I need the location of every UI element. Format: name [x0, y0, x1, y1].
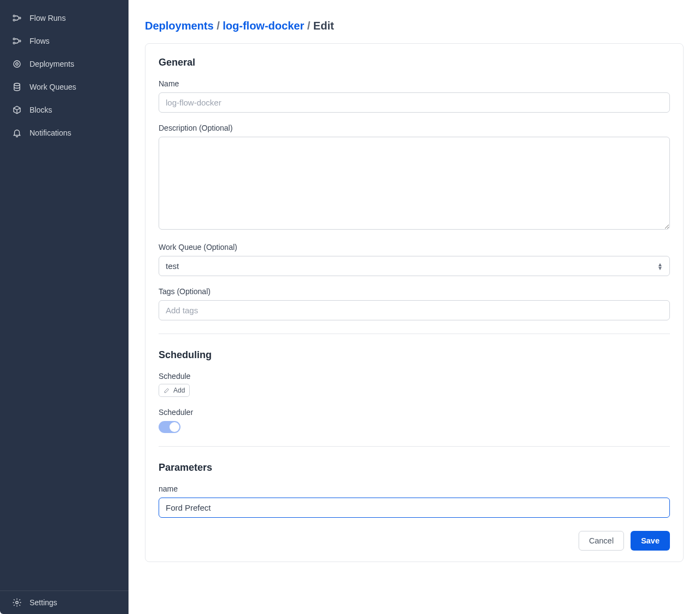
field-param-name: name	[159, 484, 670, 518]
work-queue-label: Work Queue (Optional)	[159, 243, 670, 252]
field-work-queue: Work Queue (Optional) test ▲▼	[159, 243, 670, 276]
sidebar-item-settings[interactable]: Settings	[0, 591, 129, 614]
sidebar-item-label: Work Queues	[30, 83, 76, 91]
breadcrumb-sep: /	[217, 20, 220, 32]
work-queue-value: test	[166, 261, 179, 271]
main-content: Deployments / log-flow-docker / Edit Gen…	[129, 0, 700, 614]
deployments-icon	[12, 59, 22, 69]
field-scheduler: Scheduler	[159, 408, 670, 433]
field-description: Description (Optional)	[159, 124, 670, 232]
svg-point-2	[19, 17, 21, 19]
svg-point-8	[14, 83, 20, 86]
section-general: General Name Description (Optional) Work…	[159, 57, 670, 334]
sidebar-item-flows[interactable]: Flows	[0, 30, 129, 52]
scheduler-label: Scheduler	[159, 408, 670, 417]
svg-point-7	[16, 63, 19, 66]
sidebar-item-flow-runs[interactable]: Flow Runs	[0, 7, 129, 30]
sidebar-item-blocks[interactable]: Blocks	[0, 98, 129, 121]
pencil-icon	[164, 387, 170, 394]
sidebar-bottom: Settings	[0, 590, 129, 614]
bell-icon	[12, 128, 22, 138]
sidebar-item-label: Blocks	[30, 106, 52, 114]
description-textarea[interactable]	[159, 137, 670, 230]
breadcrumb: Deployments / log-flow-docker / Edit	[145, 20, 684, 32]
sidebar: Flow Runs Flows Deployments Work Queues …	[0, 0, 129, 614]
svg-point-9	[16, 601, 19, 604]
breadcrumb-current: Edit	[313, 20, 334, 32]
svg-point-0	[13, 15, 15, 17]
breadcrumb-sep: /	[307, 20, 311, 32]
svg-point-5	[19, 40, 21, 42]
param-name-input[interactable]	[159, 498, 670, 518]
tags-input[interactable]	[159, 300, 670, 320]
sidebar-item-label: Settings	[30, 598, 57, 607]
add-schedule-button[interactable]: Add	[159, 384, 190, 397]
add-button-label: Add	[173, 387, 185, 394]
schedule-label: Schedule	[159, 372, 670, 381]
save-button[interactable]: Save	[631, 531, 670, 551]
sidebar-item-notifications[interactable]: Notifications	[0, 121, 129, 144]
field-schedule: Schedule Add	[159, 372, 670, 397]
sidebar-item-work-queues[interactable]: Work Queues	[0, 75, 129, 98]
sidebar-main: Flow Runs Flows Deployments Work Queues …	[0, 0, 129, 590]
section-title: Scheduling	[159, 349, 670, 361]
param-name-label: name	[159, 484, 670, 493]
sidebar-item-deployments[interactable]: Deployments	[0, 52, 129, 75]
flows-icon	[12, 36, 22, 46]
sidebar-item-label: Deployments	[30, 60, 74, 68]
work-queues-icon	[12, 82, 22, 92]
edit-form-card: General Name Description (Optional) Work…	[145, 43, 684, 562]
work-queue-select[interactable]: test ▲▼	[159, 256, 670, 276]
sidebar-item-label: Flows	[30, 37, 50, 45]
svg-point-1	[13, 19, 15, 21]
section-scheduling: Scheduling Schedule Add Scheduler	[159, 349, 670, 447]
tags-label: Tags (Optional)	[159, 287, 670, 296]
name-input[interactable]	[159, 92, 670, 113]
sidebar-item-label: Flow Runs	[30, 14, 66, 22]
section-title: General	[159, 57, 670, 68]
description-label: Description (Optional)	[159, 124, 670, 132]
svg-point-4	[13, 42, 15, 44]
svg-point-6	[14, 61, 20, 67]
name-label: Name	[159, 79, 670, 88]
gear-icon	[12, 598, 22, 607]
section-title: Parameters	[159, 462, 670, 473]
svg-point-3	[13, 38, 15, 40]
field-tags: Tags (Optional)	[159, 287, 670, 320]
breadcrumb-root[interactable]: Deployments	[145, 20, 214, 32]
chevron-up-down-icon: ▲▼	[657, 262, 663, 270]
form-actions: Cancel Save	[159, 531, 670, 551]
section-parameters: Parameters name Cancel Save	[159, 462, 670, 551]
sidebar-item-label: Notifications	[30, 128, 71, 137]
toggle-knob	[170, 422, 179, 432]
scheduler-toggle[interactable]	[159, 421, 180, 433]
breadcrumb-item[interactable]: log-flow-docker	[223, 20, 304, 32]
cancel-button[interactable]: Cancel	[579, 531, 624, 551]
flow-runs-icon	[12, 13, 22, 23]
field-name: Name	[159, 79, 670, 113]
blocks-icon	[12, 105, 22, 115]
